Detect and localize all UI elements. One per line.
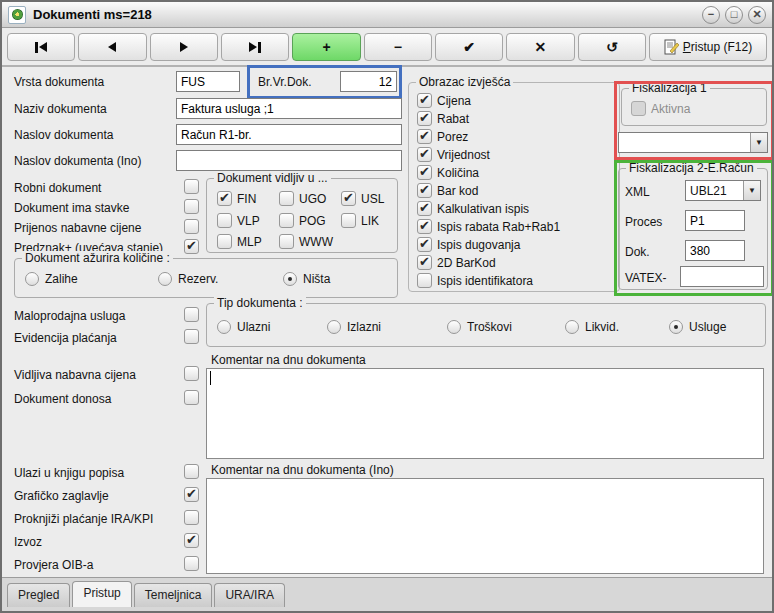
evidencija-placanja-checkbox[interactable] bbox=[184, 329, 199, 344]
ispis-dugovanja-checkbox[interactable] bbox=[417, 237, 432, 252]
dokument-ima-stavke-checkbox[interactable] bbox=[184, 199, 199, 214]
2d-barkod-checkbox[interactable] bbox=[417, 255, 432, 270]
usl-checkbox[interactable] bbox=[341, 191, 356, 206]
vlp-label: VLP bbox=[237, 214, 260, 228]
vlp-checkbox[interactable] bbox=[217, 213, 232, 228]
robni-dokument-checkbox[interactable] bbox=[184, 179, 199, 194]
dok-label: Dok. bbox=[625, 245, 650, 259]
usluge-radio[interactable] bbox=[669, 320, 683, 334]
naziv-dokumenta-input[interactable] bbox=[176, 98, 402, 119]
nista-radio[interactable] bbox=[283, 272, 297, 286]
usl-label: USL bbox=[361, 192, 384, 206]
komentar-ino-label: Komentar na dnu dokumenta (Ino) bbox=[211, 463, 394, 477]
naslov-dokumenta-ino-label: Naslov dokumenta (Ino) bbox=[14, 154, 141, 168]
ulazi-u-knjigu-popisa-checkbox[interactable] bbox=[184, 464, 199, 479]
porez-label: Porez bbox=[437, 130, 468, 144]
cancel-button[interactable]: ✕ bbox=[506, 33, 574, 61]
cijena-checkbox[interactable] bbox=[417, 93, 432, 108]
fin-checkbox[interactable] bbox=[217, 191, 232, 206]
aktivna-checkbox[interactable] bbox=[631, 101, 646, 116]
brvrdok-input[interactable] bbox=[340, 71, 397, 92]
kolicina-label: Količina bbox=[437, 166, 479, 180]
vatex-input[interactable] bbox=[680, 266, 764, 287]
refresh-button[interactable]: ↺ bbox=[578, 33, 646, 61]
minimize-icon[interactable]: − bbox=[702, 6, 720, 24]
chevron-down-icon: ▼ bbox=[755, 138, 763, 147]
mlp-checkbox[interactable] bbox=[217, 234, 232, 249]
vrijednost-checkbox[interactable] bbox=[417, 147, 432, 162]
rezerv-radio[interactable] bbox=[158, 272, 172, 286]
troskovi-radio[interactable] bbox=[447, 320, 461, 334]
confirm-button[interactable]: ✔ bbox=[435, 33, 503, 61]
delete-record-button[interactable]: − bbox=[364, 33, 432, 61]
likvid-radio[interactable] bbox=[565, 320, 579, 334]
kalkulativan-ispis-checkbox[interactable] bbox=[417, 201, 432, 216]
dokument-donosa-checkbox[interactable] bbox=[184, 390, 199, 405]
graficko-zaglavlje-label: Grafičko zaglavlje bbox=[14, 489, 109, 503]
mlp-label: MLP bbox=[237, 235, 262, 249]
porez-checkbox[interactable] bbox=[417, 129, 432, 144]
vidljiva-nabavna-cijena-checkbox[interactable] bbox=[184, 366, 199, 381]
evidencija-placanja-label: Evidencija plaćanja bbox=[14, 331, 117, 345]
kolicina-checkbox[interactable] bbox=[417, 165, 432, 180]
xml-combo-value: UBL21 bbox=[686, 184, 743, 198]
ulazni-radio[interactable] bbox=[217, 320, 231, 334]
komentar-ino-textarea[interactable] bbox=[206, 478, 764, 574]
prijenos-nabavne-cijene-checkbox[interactable] bbox=[184, 219, 199, 234]
tab-pristup[interactable]: Pristup bbox=[72, 581, 131, 607]
vrsta-dokumenta-input[interactable] bbox=[176, 71, 240, 92]
aktivna-label: Aktivna bbox=[651, 102, 690, 116]
toolbar: + − ✔ ✕ ↺ Pristup (F12) bbox=[2, 29, 772, 67]
izvoz-checkbox[interactable] bbox=[184, 533, 199, 548]
first-record-button[interactable] bbox=[7, 33, 75, 61]
bar-kod-checkbox[interactable] bbox=[417, 183, 432, 198]
last-record-button[interactable] bbox=[221, 33, 289, 61]
document-pencil-icon bbox=[664, 39, 679, 55]
check-icon: ✔ bbox=[463, 39, 475, 55]
izvoz-label: Izvoz bbox=[14, 535, 42, 549]
ulazni-label: Ulazni bbox=[237, 320, 270, 334]
fiskalizacija1-combo[interactable]: ▼ bbox=[618, 132, 768, 153]
close-icon[interactable]: ✕ bbox=[748, 6, 766, 24]
izlazni-label: Izlazni bbox=[347, 320, 381, 334]
ispis-identifikatora-checkbox[interactable] bbox=[417, 273, 432, 288]
komentar-textarea[interactable] bbox=[206, 368, 764, 459]
pog-label: POG bbox=[299, 214, 326, 228]
text-caret bbox=[210, 371, 211, 385]
troskovi-label: Troškovi bbox=[467, 320, 512, 334]
add-record-button[interactable]: + bbox=[292, 33, 360, 61]
xml-combo[interactable]: UBL21 ▼ bbox=[685, 180, 761, 201]
maximize-icon[interactable]: □ bbox=[725, 6, 743, 24]
rezerv-label: Rezerv. bbox=[178, 272, 218, 286]
pog-checkbox[interactable] bbox=[279, 213, 294, 228]
graficko-zaglavlje-checkbox[interactable] bbox=[184, 487, 199, 502]
proces-label: Proces bbox=[625, 215, 662, 229]
provjera-oib-checkbox[interactable] bbox=[184, 556, 199, 571]
maloprodajna-usluga-checkbox[interactable] bbox=[184, 307, 199, 322]
cross-icon: ✕ bbox=[535, 39, 547, 55]
pristup-button[interactable]: Pristup (F12) bbox=[649, 33, 767, 61]
dokument-vidljiv-group-title: Dokument vidljiv u ... bbox=[214, 171, 331, 185]
lik-checkbox[interactable] bbox=[341, 213, 356, 228]
next-record-button[interactable] bbox=[150, 33, 218, 61]
ispis-rabata-checkbox[interactable] bbox=[417, 219, 432, 234]
ispis-rabata-label: Ispis rabata Rab+Rab1 bbox=[437, 220, 560, 234]
naziv-dokumenta-label: Naziv dokumenta bbox=[14, 102, 107, 116]
rabat-checkbox[interactable] bbox=[417, 111, 432, 126]
ugo-label: UGO bbox=[299, 192, 326, 206]
naslov-dokumenta-input[interactable] bbox=[176, 124, 402, 145]
zalihe-radio[interactable] bbox=[25, 272, 39, 286]
predznak-checkbox[interactable] bbox=[184, 239, 199, 254]
proces-input[interactable] bbox=[685, 210, 745, 231]
proknjizi-placanje-checkbox[interactable] bbox=[184, 510, 199, 525]
tab-ura-ira[interactable]: URA/IRA bbox=[214, 583, 285, 607]
dok-input[interactable] bbox=[685, 240, 745, 261]
ugo-checkbox[interactable] bbox=[279, 191, 294, 206]
www-checkbox[interactable] bbox=[279, 234, 294, 249]
tab-temeljnica[interactable]: Temeljnica bbox=[134, 583, 213, 607]
izlazni-radio[interactable] bbox=[327, 320, 341, 334]
tab-pregled[interactable]: Pregled bbox=[7, 583, 70, 607]
prev-record-button[interactable] bbox=[78, 33, 146, 61]
tab-bar: Pregled Pristup Temeljnica URA/IRA bbox=[2, 577, 772, 611]
naslov-dokumenta-ino-input[interactable] bbox=[176, 150, 402, 171]
